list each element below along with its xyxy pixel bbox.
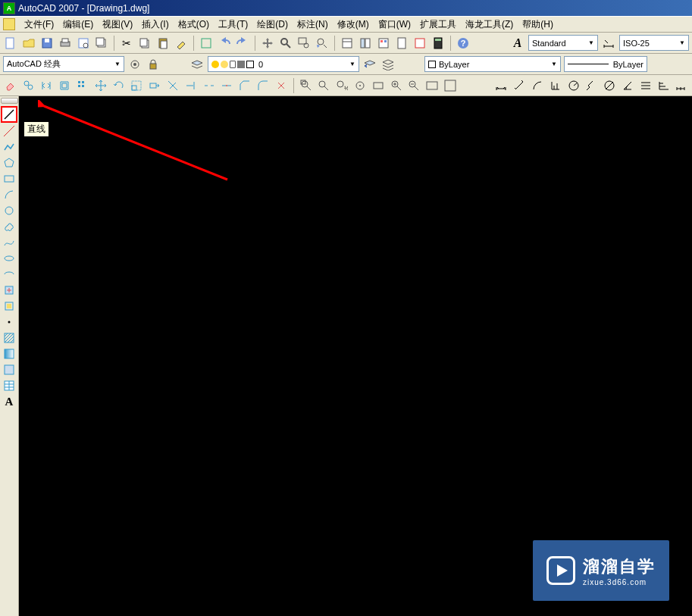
workspace-settings-icon[interactable] xyxy=(127,57,142,72)
ellipse-arc-icon[interactable] xyxy=(2,267,17,282)
zoom-window-icon[interactable] xyxy=(296,36,312,51)
menu-app-icon[interactable] xyxy=(3,18,15,30)
menu-help[interactable]: 帮助(H) xyxy=(518,17,558,33)
zoom-in-icon[interactable] xyxy=(389,78,404,93)
layer-previous-icon[interactable] xyxy=(362,57,377,72)
block-editor-icon[interactable] xyxy=(199,36,214,51)
help-icon[interactable]: ? xyxy=(456,36,471,51)
menu-tools[interactable]: 工具(T) xyxy=(214,17,252,33)
menu-draw[interactable]: 绘图(D) xyxy=(252,17,293,33)
open-icon[interactable] xyxy=(21,36,36,51)
menu-hl-tools[interactable]: 海龙工具(Z) xyxy=(461,17,518,33)
menu-dimension[interactable]: 标注(N) xyxy=(293,17,333,33)
zoom-prev-icon[interactable] xyxy=(315,36,330,51)
sheet-set-icon[interactable] xyxy=(394,36,409,51)
dim-style-icon[interactable] xyxy=(601,36,616,51)
zoom-all-icon[interactable] xyxy=(424,78,440,93)
dim-ordinate-icon[interactable] xyxy=(548,78,563,93)
line-tool-icon[interactable] xyxy=(1,106,17,123)
properties-icon[interactable] xyxy=(340,36,355,51)
text-style-icon[interactable]: A xyxy=(510,36,525,51)
dim-aligned-icon[interactable] xyxy=(512,78,527,93)
markup-icon[interactable] xyxy=(412,36,427,51)
dim-quick-icon[interactable] xyxy=(638,78,653,93)
menu-ext-tools[interactable]: 扩展工具 xyxy=(415,17,461,33)
paste-icon[interactable] xyxy=(155,36,171,51)
erase-icon[interactable] xyxy=(3,78,18,93)
point-icon[interactable] xyxy=(2,314,17,330)
cut-icon[interactable]: ✂ xyxy=(119,36,134,51)
publish-icon[interactable] xyxy=(94,36,109,51)
dim-radius-icon[interactable] xyxy=(566,78,581,93)
menu-file[interactable]: 文件(F) xyxy=(20,17,58,33)
stretch-icon[interactable] xyxy=(147,78,162,93)
fillet-icon[interactable] xyxy=(255,78,271,93)
move-icon[interactable] xyxy=(93,78,108,93)
undo-icon[interactable] xyxy=(217,36,232,51)
menu-view[interactable]: 视图(V) xyxy=(98,17,137,33)
zoom-window2-icon[interactable] xyxy=(299,78,314,93)
polyline-icon[interactable] xyxy=(2,139,17,155)
break-icon[interactable] xyxy=(202,78,217,93)
scale-icon[interactable] xyxy=(130,78,145,93)
copy-obj-icon[interactable] xyxy=(21,78,36,93)
explode-icon[interactable] xyxy=(274,78,289,93)
drawing-canvas[interactable]: 直线 溜溜自学 zixue.3d66.com xyxy=(19,96,692,616)
dim-style-combo[interactable]: ISO-25▼ xyxy=(619,35,689,51)
chamfer-icon[interactable] xyxy=(237,78,252,93)
table-icon[interactable] xyxy=(2,378,17,393)
menu-modify[interactable]: 修改(M) xyxy=(333,17,374,33)
dim-linear-icon[interactable] xyxy=(493,78,509,93)
mtext-icon[interactable]: A xyxy=(2,394,17,409)
trim-icon[interactable] xyxy=(165,78,180,93)
gradient-icon[interactable] xyxy=(2,346,17,361)
pan-icon[interactable] xyxy=(260,36,275,51)
zoom-object-icon[interactable] xyxy=(371,78,386,93)
polygon-icon[interactable] xyxy=(2,155,17,170)
offset-icon[interactable] xyxy=(57,78,72,93)
menu-format[interactable]: 格式(O) xyxy=(174,17,214,33)
menu-edit[interactable]: 编辑(E) xyxy=(58,17,98,33)
extend-icon[interactable] xyxy=(183,78,199,93)
dim-continue-icon[interactable] xyxy=(674,78,689,93)
arc-icon[interactable] xyxy=(2,187,17,202)
design-center-icon[interactable] xyxy=(358,36,373,51)
match-prop-icon[interactable] xyxy=(174,36,189,51)
make-block-icon[interactable] xyxy=(2,299,17,314)
insert-block-icon[interactable] xyxy=(2,283,17,298)
redo-icon[interactable] xyxy=(235,36,250,51)
menu-window[interactable]: 窗口(W) xyxy=(374,17,415,33)
menu-insert[interactable]: 插入(I) xyxy=(137,17,173,33)
zoom-out-icon[interactable] xyxy=(407,78,422,93)
color-combo[interactable]: ByLayer▼ xyxy=(424,56,561,72)
layer-states-icon[interactable] xyxy=(380,57,396,72)
text-style-combo[interactable]: Standard▼ xyxy=(528,35,598,51)
circle-icon[interactable] xyxy=(2,203,17,218)
mirror-icon[interactable] xyxy=(39,78,55,93)
dim-arc-icon[interactable] xyxy=(530,78,545,93)
ellipse-icon[interactable] xyxy=(2,251,17,266)
copy-icon[interactable] xyxy=(137,36,152,51)
save-icon[interactable] xyxy=(39,36,55,51)
hatch-icon[interactable] xyxy=(2,330,17,346)
revision-cloud-icon[interactable] xyxy=(2,219,17,234)
rectangle-icon[interactable] xyxy=(2,171,17,186)
new-icon[interactable] xyxy=(3,36,18,51)
region-icon[interactable] xyxy=(2,362,17,377)
dim-jogged-icon[interactable] xyxy=(584,78,599,93)
construction-line-icon[interactable] xyxy=(2,124,17,139)
dim-angular-icon[interactable] xyxy=(620,78,635,93)
tool-palettes-icon[interactable] xyxy=(376,36,391,51)
array-icon[interactable] xyxy=(75,78,90,93)
spline-icon[interactable] xyxy=(2,235,17,250)
zoom-realtime-icon[interactable] xyxy=(278,36,293,51)
zoom-scale-icon[interactable]: ½ xyxy=(334,78,349,93)
plot-preview-icon[interactable] xyxy=(76,36,91,51)
zoom-dynamic-icon[interactable] xyxy=(317,78,332,93)
calc-icon[interactable] xyxy=(431,36,446,51)
toolbar-lock-icon[interactable] xyxy=(146,57,161,72)
join-icon[interactable] xyxy=(220,78,235,93)
dim-diameter-icon[interactable] xyxy=(602,78,617,93)
workspace-combo[interactable]: AutoCAD 经典▼ xyxy=(3,56,124,72)
rotate-icon[interactable] xyxy=(111,78,127,93)
